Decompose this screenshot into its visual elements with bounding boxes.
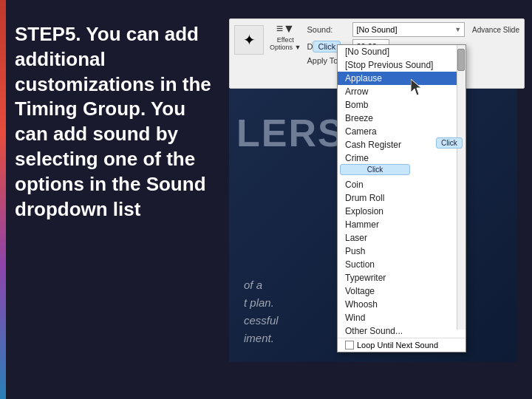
dropdown-item-bomb[interactable]: Bomb bbox=[338, 98, 466, 112]
dropdown-item-hammer[interactable]: Hammer bbox=[338, 218, 466, 231]
dropdown-item-other-sound[interactable]: Other Sound... bbox=[338, 324, 466, 338]
dropdown-item-coin[interactable]: Coin bbox=[338, 178, 466, 191]
animation-icon: ✦ bbox=[234, 25, 264, 55]
dropdown-items: [No Sound][Stop Previous Sound]ApplauseA… bbox=[338, 45, 466, 338]
effect-options-label: EffectOptions ▼ bbox=[270, 37, 301, 52]
sound-value: [No Sound] bbox=[356, 25, 397, 34]
sound-dropdown[interactable]: [No Sound] ▼ bbox=[352, 22, 465, 37]
dropdown-item-laser[interactable]: Laser bbox=[338, 231, 466, 245]
dropdown-item-wind[interactable]: Wind bbox=[338, 311, 466, 324]
scroll-thumb[interactable] bbox=[457, 49, 465, 71]
effect-options-button[interactable]: ≡▼ EffectOptions ▼ bbox=[270, 22, 301, 52]
left-panel: STEP5. You can add additional customizat… bbox=[15, 22, 222, 222]
dropdown-item-voltage[interactable]: Voltage bbox=[338, 284, 466, 298]
dropdown-item-arrow[interactable]: Arrow bbox=[338, 85, 466, 98]
dropdown-item-breeze[interactable]: Breeze bbox=[338, 112, 466, 125]
dropdown-item-explosion[interactable]: Explosion bbox=[338, 205, 466, 218]
dropdown-item-stop-previous-sound[interactable]: [Stop Previous Sound] bbox=[338, 58, 466, 72]
step-number: STEP5. bbox=[15, 23, 81, 45]
sound-dropdown-menu: [No Sound][Stop Previous Sound]ApplauseA… bbox=[337, 44, 466, 352]
dropdown-scrollbar[interactable] bbox=[457, 45, 466, 330]
dropdown-item-push[interactable]: Push bbox=[338, 245, 466, 258]
step-title: STEP5. You can add additional customizat… bbox=[15, 22, 222, 222]
cash-register-click-annotation: Click bbox=[436, 137, 463, 149]
dropdown-item-drum-roll[interactable]: Drum Roll bbox=[338, 191, 466, 205]
bottom-click-label: Click bbox=[367, 166, 383, 174]
dropdown-arrow: ▼ bbox=[454, 26, 461, 33]
dropdown-item-camera[interactable]: Camera bbox=[338, 125, 466, 138]
loop-checkbox[interactable] bbox=[345, 341, 354, 349]
sound-label: Sound: bbox=[307, 25, 349, 34]
dropdown-item-crime[interactable]: Crime bbox=[338, 151, 466, 165]
accent-bar bbox=[0, 0, 6, 399]
click-label: Click bbox=[318, 42, 335, 51]
step-body: You can add additional customizations in… bbox=[15, 23, 211, 220]
cash-register-click-label: Click bbox=[441, 139, 457, 147]
dropdown-footer[interactable]: Loop Until Next Sound bbox=[338, 338, 466, 352]
dropdown-item-applause[interactable]: Applause bbox=[338, 72, 466, 85]
dropdown-item-typewriter[interactable]: Typewriter bbox=[338, 271, 466, 284]
sound-row: Sound: [No Sound] ▼ Advance Slide bbox=[307, 22, 519, 37]
dropdown-item-whoosh[interactable]: Whoosh bbox=[338, 298, 466, 311]
slide-body: of a t plan. cessful iment. bbox=[244, 276, 279, 347]
dropdown-item-no-sound[interactable]: [No Sound] bbox=[338, 45, 466, 58]
loop-label: Loop Until Next Sound bbox=[357, 341, 438, 349]
effect-options-icon: ≡▼ bbox=[276, 22, 295, 35]
advance-slide-label: Advance Slide bbox=[472, 26, 519, 34]
slide-heading: LERS bbox=[236, 111, 345, 155]
dropdown-item-suction[interactable]: Suction bbox=[338, 258, 466, 271]
bottom-click-annotation: Click bbox=[340, 164, 410, 175]
